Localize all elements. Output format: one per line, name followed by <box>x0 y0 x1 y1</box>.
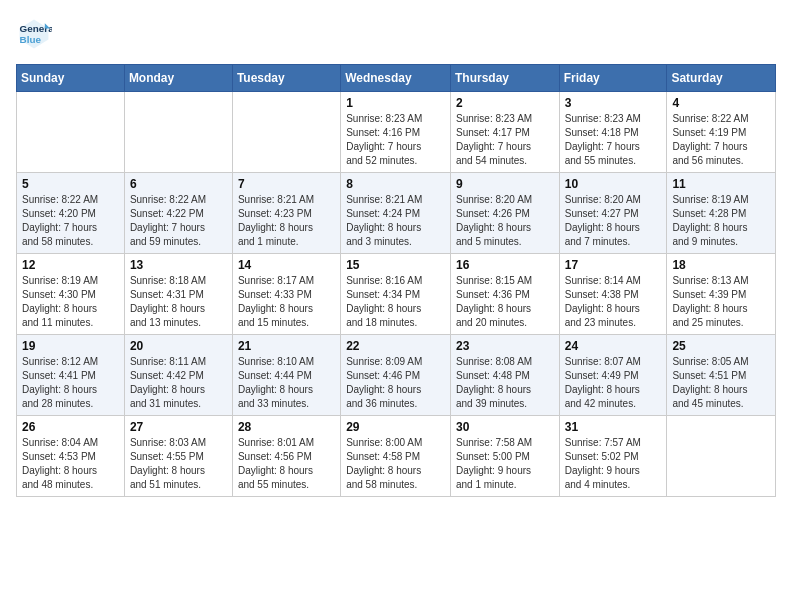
calendar-cell: 22Sunrise: 8:09 AM Sunset: 4:46 PM Dayli… <box>341 335 451 416</box>
calendar-cell: 11Sunrise: 8:19 AM Sunset: 4:28 PM Dayli… <box>667 173 776 254</box>
page-header: General Blue <box>16 16 776 52</box>
calendar-header-row: SundayMondayTuesdayWednesdayThursdayFrid… <box>17 65 776 92</box>
calendar-cell: 2Sunrise: 8:23 AM Sunset: 4:17 PM Daylig… <box>450 92 559 173</box>
calendar-cell: 27Sunrise: 8:03 AM Sunset: 4:55 PM Dayli… <box>124 416 232 497</box>
day-info: Sunrise: 8:21 AM Sunset: 4:23 PM Dayligh… <box>238 193 335 249</box>
day-number: 3 <box>565 96 662 110</box>
calendar-week-row: 1Sunrise: 8:23 AM Sunset: 4:16 PM Daylig… <box>17 92 776 173</box>
day-info: Sunrise: 8:13 AM Sunset: 4:39 PM Dayligh… <box>672 274 770 330</box>
day-info: Sunrise: 8:11 AM Sunset: 4:42 PM Dayligh… <box>130 355 227 411</box>
day-number: 21 <box>238 339 335 353</box>
day-number: 10 <box>565 177 662 191</box>
day-info: Sunrise: 8:20 AM Sunset: 4:26 PM Dayligh… <box>456 193 554 249</box>
calendar-cell: 7Sunrise: 8:21 AM Sunset: 4:23 PM Daylig… <box>232 173 340 254</box>
day-number: 11 <box>672 177 770 191</box>
day-number: 27 <box>130 420 227 434</box>
day-number: 4 <box>672 96 770 110</box>
calendar-cell: 3Sunrise: 8:23 AM Sunset: 4:18 PM Daylig… <box>559 92 667 173</box>
calendar-cell: 25Sunrise: 8:05 AM Sunset: 4:51 PM Dayli… <box>667 335 776 416</box>
calendar-cell: 15Sunrise: 8:16 AM Sunset: 4:34 PM Dayli… <box>341 254 451 335</box>
calendar-week-row: 19Sunrise: 8:12 AM Sunset: 4:41 PM Dayli… <box>17 335 776 416</box>
day-info: Sunrise: 8:19 AM Sunset: 4:28 PM Dayligh… <box>672 193 770 249</box>
col-header-friday: Friday <box>559 65 667 92</box>
day-number: 1 <box>346 96 445 110</box>
day-number: 22 <box>346 339 445 353</box>
day-info: Sunrise: 8:21 AM Sunset: 4:24 PM Dayligh… <box>346 193 445 249</box>
day-number: 28 <box>238 420 335 434</box>
day-number: 29 <box>346 420 445 434</box>
day-info: Sunrise: 8:14 AM Sunset: 4:38 PM Dayligh… <box>565 274 662 330</box>
col-header-sunday: Sunday <box>17 65 125 92</box>
calendar-cell: 13Sunrise: 8:18 AM Sunset: 4:31 PM Dayli… <box>124 254 232 335</box>
day-info: Sunrise: 8:04 AM Sunset: 4:53 PM Dayligh… <box>22 436 119 492</box>
calendar-cell: 14Sunrise: 8:17 AM Sunset: 4:33 PM Dayli… <box>232 254 340 335</box>
day-number: 15 <box>346 258 445 272</box>
day-number: 9 <box>456 177 554 191</box>
calendar-cell: 30Sunrise: 7:58 AM Sunset: 5:00 PM Dayli… <box>450 416 559 497</box>
day-info: Sunrise: 8:12 AM Sunset: 4:41 PM Dayligh… <box>22 355 119 411</box>
day-number: 12 <box>22 258 119 272</box>
day-info: Sunrise: 8:18 AM Sunset: 4:31 PM Dayligh… <box>130 274 227 330</box>
calendar-cell: 19Sunrise: 8:12 AM Sunset: 4:41 PM Dayli… <box>17 335 125 416</box>
day-info: Sunrise: 8:19 AM Sunset: 4:30 PM Dayligh… <box>22 274 119 330</box>
svg-text:General: General <box>20 23 52 34</box>
logo-icon: General Blue <box>16 16 52 52</box>
day-info: Sunrise: 8:10 AM Sunset: 4:44 PM Dayligh… <box>238 355 335 411</box>
day-number: 6 <box>130 177 227 191</box>
calendar-cell: 8Sunrise: 8:21 AM Sunset: 4:24 PM Daylig… <box>341 173 451 254</box>
calendar-cell: 18Sunrise: 8:13 AM Sunset: 4:39 PM Dayli… <box>667 254 776 335</box>
day-info: Sunrise: 7:57 AM Sunset: 5:02 PM Dayligh… <box>565 436 662 492</box>
calendar-week-row: 26Sunrise: 8:04 AM Sunset: 4:53 PM Dayli… <box>17 416 776 497</box>
day-info: Sunrise: 8:22 AM Sunset: 4:19 PM Dayligh… <box>672 112 770 168</box>
day-number: 23 <box>456 339 554 353</box>
calendar-cell: 23Sunrise: 8:08 AM Sunset: 4:48 PM Dayli… <box>450 335 559 416</box>
day-info: Sunrise: 8:16 AM Sunset: 4:34 PM Dayligh… <box>346 274 445 330</box>
day-number: 13 <box>130 258 227 272</box>
calendar-table: SundayMondayTuesdayWednesdayThursdayFrid… <box>16 64 776 497</box>
col-header-tuesday: Tuesday <box>232 65 340 92</box>
day-info: Sunrise: 8:22 AM Sunset: 4:20 PM Dayligh… <box>22 193 119 249</box>
day-number: 30 <box>456 420 554 434</box>
day-info: Sunrise: 8:20 AM Sunset: 4:27 PM Dayligh… <box>565 193 662 249</box>
calendar-cell: 21Sunrise: 8:10 AM Sunset: 4:44 PM Dayli… <box>232 335 340 416</box>
calendar-cell <box>124 92 232 173</box>
calendar-week-row: 5Sunrise: 8:22 AM Sunset: 4:20 PM Daylig… <box>17 173 776 254</box>
calendar-cell: 17Sunrise: 8:14 AM Sunset: 4:38 PM Dayli… <box>559 254 667 335</box>
day-info: Sunrise: 8:09 AM Sunset: 4:46 PM Dayligh… <box>346 355 445 411</box>
day-info: Sunrise: 8:17 AM Sunset: 4:33 PM Dayligh… <box>238 274 335 330</box>
calendar-cell <box>667 416 776 497</box>
calendar-cell: 1Sunrise: 8:23 AM Sunset: 4:16 PM Daylig… <box>341 92 451 173</box>
day-number: 5 <box>22 177 119 191</box>
day-number: 14 <box>238 258 335 272</box>
calendar-cell: 5Sunrise: 8:22 AM Sunset: 4:20 PM Daylig… <box>17 173 125 254</box>
col-header-monday: Monday <box>124 65 232 92</box>
calendar-cell: 24Sunrise: 8:07 AM Sunset: 4:49 PM Dayli… <box>559 335 667 416</box>
calendar-cell: 10Sunrise: 8:20 AM Sunset: 4:27 PM Dayli… <box>559 173 667 254</box>
day-number: 18 <box>672 258 770 272</box>
day-info: Sunrise: 8:15 AM Sunset: 4:36 PM Dayligh… <box>456 274 554 330</box>
calendar-cell: 29Sunrise: 8:00 AM Sunset: 4:58 PM Dayli… <box>341 416 451 497</box>
calendar-cell: 28Sunrise: 8:01 AM Sunset: 4:56 PM Dayli… <box>232 416 340 497</box>
day-info: Sunrise: 8:23 AM Sunset: 4:17 PM Dayligh… <box>456 112 554 168</box>
day-info: Sunrise: 8:23 AM Sunset: 4:16 PM Dayligh… <box>346 112 445 168</box>
day-info: Sunrise: 8:08 AM Sunset: 4:48 PM Dayligh… <box>456 355 554 411</box>
calendar-cell: 4Sunrise: 8:22 AM Sunset: 4:19 PM Daylig… <box>667 92 776 173</box>
calendar-cell <box>17 92 125 173</box>
day-number: 7 <box>238 177 335 191</box>
day-number: 16 <box>456 258 554 272</box>
day-number: 26 <box>22 420 119 434</box>
col-header-wednesday: Wednesday <box>341 65 451 92</box>
day-number: 24 <box>565 339 662 353</box>
day-info: Sunrise: 8:07 AM Sunset: 4:49 PM Dayligh… <box>565 355 662 411</box>
calendar-cell: 6Sunrise: 8:22 AM Sunset: 4:22 PM Daylig… <box>124 173 232 254</box>
calendar-cell: 12Sunrise: 8:19 AM Sunset: 4:30 PM Dayli… <box>17 254 125 335</box>
calendar-cell <box>232 92 340 173</box>
calendar-cell: 9Sunrise: 8:20 AM Sunset: 4:26 PM Daylig… <box>450 173 559 254</box>
day-number: 19 <box>22 339 119 353</box>
day-info: Sunrise: 8:01 AM Sunset: 4:56 PM Dayligh… <box>238 436 335 492</box>
day-info: Sunrise: 8:03 AM Sunset: 4:55 PM Dayligh… <box>130 436 227 492</box>
calendar-cell: 16Sunrise: 8:15 AM Sunset: 4:36 PM Dayli… <box>450 254 559 335</box>
day-number: 17 <box>565 258 662 272</box>
day-number: 25 <box>672 339 770 353</box>
calendar-cell: 26Sunrise: 8:04 AM Sunset: 4:53 PM Dayli… <box>17 416 125 497</box>
